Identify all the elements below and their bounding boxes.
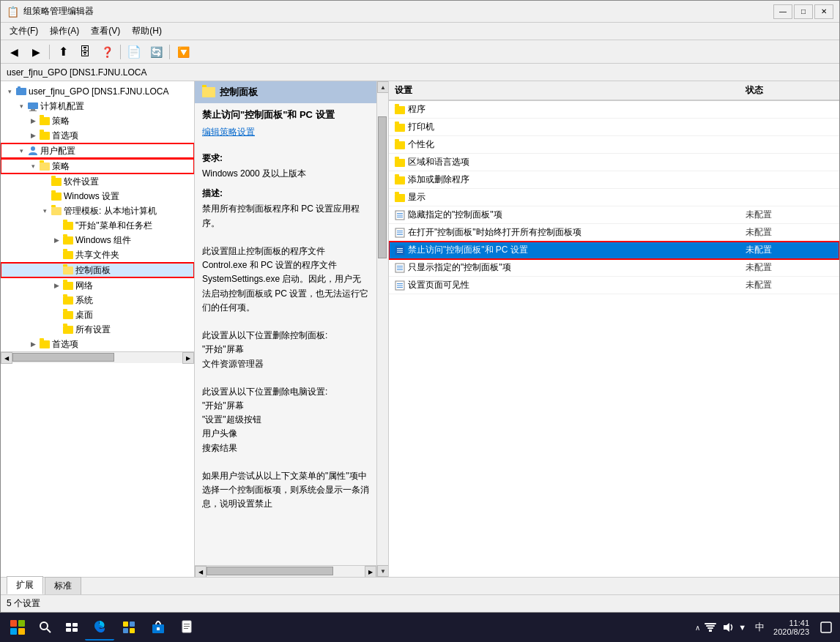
settings-row-regional[interactable]: 区域和语言选项: [389, 154, 839, 171]
horiz-scroll-left[interactable]: ◀: [1, 352, 12, 364]
desc-horiz-left[interactable]: ◀: [195, 566, 207, 577]
tree-horiz-scrollbar[interactable]: ◀ ▶: [1, 351, 194, 363]
settings-row-addremove[interactable]: 添加或删除程序: [389, 171, 839, 189]
panels-container: ▾ user_fjnu_GPO [DNS1.FJNU.LOCA ▾ 计算机配置 …: [1, 81, 839, 577]
folder-admintemplate-icon: [51, 205, 62, 217]
expander-userpolicy[interactable]: ▾: [27, 160, 39, 172]
menu-view[interactable]: 查看(V): [85, 23, 126, 39]
search-button[interactable]: [32, 614, 59, 641]
tree-item-network[interactable]: ▶ 网络: [1, 278, 194, 293]
refresh-button[interactable]: 🔄: [146, 42, 166, 61]
tray-expand[interactable]: ∧: [695, 624, 700, 632]
tree-item-wincomponent[interactable]: ▶ Windows 组件: [1, 233, 194, 247]
settings-name-display: 显示: [408, 191, 425, 204]
settings-row-printer[interactable]: 打印机: [389, 119, 839, 136]
taskbar: ∧ ▼ 中 11:41 2020/8/23: [0, 613, 840, 642]
tree-item-sharedfolder[interactable]: ▶ 共享文件夹: [1, 247, 194, 262]
expander-admintemplate[interactable]: ▾: [39, 205, 51, 217]
taskbar-edge[interactable]: [85, 614, 114, 641]
maximize-button[interactable]: □: [794, 4, 813, 19]
volume-tray-icon[interactable]: [721, 620, 735, 635]
network-tray-icon[interactable]: [703, 620, 718, 635]
tree-item-prefs[interactable]: ▶ 首选项: [1, 128, 194, 143]
tree-label-software: 软件设置: [64, 176, 99, 188]
close-button[interactable]: ✕: [814, 4, 833, 19]
properties-button[interactable]: 📄: [124, 42, 144, 61]
settings-row-programs[interactable]: 程序: [389, 101, 839, 119]
scroll-track[interactable]: [377, 93, 388, 565]
tree-item-system[interactable]: ▶ 系统: [1, 293, 194, 307]
taskbar-clock[interactable]: 11:41 2020/8/23: [767, 619, 815, 636]
expander-wincomponent[interactable]: ▶: [51, 234, 62, 246]
settings-name-disable-cp: 禁止访问"控制面板"和 PC 设置: [408, 244, 528, 256]
tree-item-computer[interactable]: ▾ 计算机配置: [1, 99, 194, 113]
settings-row-display[interactable]: 显示: [389, 189, 839, 206]
desc-horiz-track[interactable]: [207, 566, 365, 577]
tree-item-userprefs[interactable]: ▶ 首选项: [1, 337, 194, 351]
expander-prefs[interactable]: ▶: [27, 130, 39, 141]
svg-rect-4: [29, 111, 37, 111]
expander-root[interactable]: ▾: [4, 86, 15, 97]
tree-item-windows[interactable]: ▶ Windows 设置: [1, 189, 194, 204]
tree-item-software[interactable]: ▶ 软件设置: [1, 174, 194, 189]
svg-rect-17: [397, 252, 403, 253]
show-hide-button[interactable]: 🗄: [75, 42, 95, 61]
tree-item-userpolicy[interactable]: ▾ 策略: [1, 159, 194, 173]
desc-scrollbar[interactable]: ▲ ▼: [376, 81, 388, 577]
taskbar-explorer[interactable]: [114, 614, 144, 641]
scroll-down-btn[interactable]: ▼: [377, 565, 389, 577]
expander-network[interactable]: ▶: [51, 280, 62, 291]
tree-item-controlpanel[interactable]: ▶ 控制面板: [1, 263, 194, 277]
tab-extend[interactable]: 扩展: [7, 576, 43, 594]
up-button[interactable]: ⬆: [53, 42, 73, 61]
policy-show-only-icon: [395, 263, 405, 273]
settings-row-disable-cp[interactable]: 禁止访问"控制面板"和 PC 设置 未配置: [389, 242, 839, 259]
settings-row-hide-items[interactable]: 隐藏指定的"控制面板"项 未配置: [389, 206, 839, 224]
horiz-scroll-right[interactable]: ▶: [182, 352, 194, 364]
help-button[interactable]: ❓: [97, 42, 117, 61]
settings-panel[interactable]: 设置 状态 程序 打印机: [389, 81, 839, 577]
filter-button[interactable]: 🔽: [173, 42, 193, 61]
settings-row-personalize[interactable]: 个性化: [389, 136, 839, 154]
svg-rect-42: [709, 630, 712, 632]
taskbar-document[interactable]: [173, 614, 202, 641]
settings-row-open-all[interactable]: 在打开"控制面板"时始终打开所有控制面板项 未配置: [389, 224, 839, 242]
back-button[interactable]: ◀: [4, 42, 24, 61]
taskbar-store[interactable]: [144, 614, 173, 641]
desc-horiz-right[interactable]: ▶: [365, 566, 376, 577]
svg-rect-29: [73, 623, 78, 627]
tree-item-policy[interactable]: ▶ 策略: [1, 113, 194, 128]
expander-userconfig[interactable]: ▾: [15, 145, 27, 157]
tab-standard[interactable]: 标准: [45, 577, 81, 594]
menu-help[interactable]: 帮助(H): [126, 23, 168, 39]
desc-horiz-scrollbar[interactable]: ◀ ▶: [195, 565, 376, 577]
scroll-thumb[interactable]: [378, 116, 387, 258]
menu-file[interactable]: 文件(F): [4, 23, 44, 39]
menu-action[interactable]: 操作(A): [44, 23, 85, 39]
expander-computer[interactable]: ▾: [15, 100, 27, 112]
tree-item-userconfig[interactable]: ▾ 用户配置: [1, 143, 194, 158]
tree-item-desktop[interactable]: ▶ 桌面: [1, 307, 194, 322]
notification-button[interactable]: [815, 614, 837, 641]
forward-button[interactable]: ▶: [26, 42, 46, 61]
task-view-button[interactable]: [59, 614, 85, 641]
expander-userprefs[interactable]: ▶: [27, 338, 39, 350]
tree-item-root[interactable]: ▾ user_fjnu_GPO [DNS1.FJNU.LOCA: [1, 84, 194, 99]
edit-policy-link[interactable]: 编辑策略设置: [195, 126, 376, 143]
settings-row-page-visibility[interactable]: 设置页面可见性 未配置: [389, 277, 839, 294]
tree-item-admintemplate[interactable]: ▾ 管理模板: 从本地计算机: [1, 204, 194, 218]
tree-panel[interactable]: ▾ user_fjnu_GPO [DNS1.FJNU.LOCA ▾ 计算机配置 …: [1, 81, 195, 577]
settings-row-show-only[interactable]: 只显示指定的"控制面板"项 未配置: [389, 259, 839, 277]
minimize-button[interactable]: —: [773, 4, 792, 19]
tree-item-start[interactable]: ▶ "开始"菜单和任务栏: [1, 218, 194, 233]
tree-item-allsettings[interactable]: ▶ 所有设置: [1, 322, 194, 337]
tree-label-root: user_fjnu_GPO [DNS1.FJNU.LOCA: [29, 86, 168, 97]
language-indicator[interactable]: 中: [752, 621, 767, 634]
svg-rect-0: [16, 88, 26, 95]
start-button[interactable]: [3, 614, 32, 641]
scroll-up-btn[interactable]: ▲: [377, 81, 389, 93]
horiz-scroll-track[interactable]: [12, 352, 182, 363]
svg-rect-16: [397, 250, 403, 250]
desc-para-5: 如果用户尝试从以上下文菜单的"属性"项中选择一个控制面板项，则系统会显示一条消息…: [202, 469, 369, 512]
expander-policy[interactable]: ▶: [27, 115, 39, 127]
